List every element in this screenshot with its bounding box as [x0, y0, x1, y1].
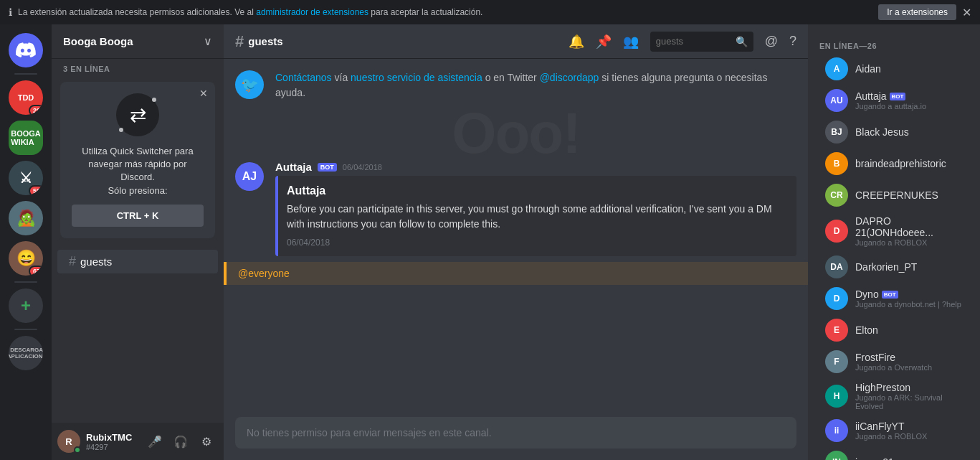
member-sub-frostfire: Jugando a Overwatch	[855, 363, 932, 372]
pin-icon[interactable]: 📌	[596, 34, 612, 50]
server-divider-2	[14, 281, 37, 283]
server-booga[interactable]: BOOGAWIKIA	[9, 121, 43, 155]
member-item-inoom21[interactable]: IN inoom21	[814, 446, 974, 460]
member-item-iicanflyyt[interactable]: ii iiCanFlyYT Jugando a ROBLOX	[814, 415, 974, 446]
user-settings-button[interactable]: ⚙	[195, 430, 218, 453]
channel-item-guests[interactable]: # guests	[57, 250, 218, 273]
system-message: 🐦 Contáctanos vía nuestro servicio de as…	[224, 70, 808, 112]
member-avatar-black-jesus: BJ	[825, 121, 848, 144]
member-avatar-highpreston: H	[825, 385, 848, 408]
members-sidebar: EN LÍNEA—26 A Aidan AU Auttaja BOT Jugan…	[808, 24, 980, 460]
member-item-black-jesus[interactable]: BJ Black Jesus	[814, 116, 974, 148]
member-item-highpreston[interactable]: H HighPreston Jugando a ARK: Survival Ev…	[814, 377, 974, 415]
chat-header: # guests 🔔 📌 👥 🔍 @ ?	[224, 24, 808, 59]
server-sidebar: TDD 20 BOOGAWIKIA ⚔ 56 🧟 😄 67 + ⬇DESCARG…	[0, 24, 52, 460]
member-name-highpreston: HighPreston	[855, 382, 963, 393]
member-item-auttaja[interactable]: AU Auttaja BOT Jugando a auttaja.io	[814, 85, 974, 116]
notif-close-icon[interactable]: ✕	[962, 6, 971, 19]
go-to-extensions-button[interactable]: Ir a extensiones	[878, 4, 956, 20]
server-5-badge: 67	[29, 266, 43, 276]
member-item-dapro[interactable]: D DAPRO 21(JONHdoeee... Jugando a ROBLOX	[814, 211, 974, 251]
chat-input-placeholder: No tienes permiso para enviar mensajes e…	[247, 427, 492, 438]
member-name-frostfire: FrostFire	[855, 352, 932, 363]
user-info: RubixTMC #4297	[86, 432, 138, 451]
support-link[interactable]: nuestro servicio de asistencia	[351, 72, 482, 83]
server-divider	[14, 73, 37, 75]
embed-body: Before you can participate in this serve…	[287, 202, 788, 232]
server-tdd[interactable]: TDD 20	[9, 80, 43, 115]
server-name: Booga Booga	[63, 35, 133, 47]
member-item-braindeadprehistoric[interactable]: B braindeadprehistoric	[814, 148, 974, 179]
server-3[interactable]: ⚔ 56	[9, 161, 43, 195]
chat-input-area: No tienes permiso para enviar mensajes e…	[224, 417, 808, 460]
at-mention-icon[interactable]: @	[765, 34, 778, 49]
contactus-link[interactable]: Contáctanos	[275, 72, 332, 83]
member-info-braindeadprehistoric: braindeadprehistoric	[855, 158, 946, 169]
mute-microphone-button[interactable]: 🎤	[143, 430, 166, 453]
member-info-black-jesus: Black Jesus	[855, 126, 909, 138]
member-avatar-darkorien: DA	[825, 255, 848, 278]
search-input[interactable]	[656, 36, 731, 47]
server-5[interactable]: 😄 67	[9, 241, 43, 276]
member-name-black-jesus: Black Jesus	[855, 126, 909, 138]
embed-title: Auttaja	[287, 184, 788, 197]
member-name-row-dyno: Dyno BOT	[855, 288, 961, 300]
mention-bar-container: @everyone	[224, 262, 808, 285]
discordapp-link[interactable]: @discordapp	[540, 72, 599, 83]
member-sub-highpreston: Jugando a ARK: Survival Evolved	[855, 393, 963, 410]
member-item-aidan[interactable]: A Aidan	[814, 53, 974, 85]
quick-switcher-close-button[interactable]: ✕	[199, 88, 208, 99]
member-name-darkorien: Darkorien_PT	[855, 261, 917, 273]
member-avatar-elton: E	[825, 319, 848, 342]
quick-switcher-shortcut-button[interactable]: CTRL + K	[72, 205, 204, 227]
download-apps-button[interactable]: ⬇DESCARGARAPLICACIONES	[9, 336, 43, 370]
channel-name: guests	[80, 255, 112, 268]
notif-link[interactable]: administrador de extensiones	[256, 7, 368, 17]
twitter-icon: 🐦	[235, 70, 264, 99]
chat-channel-name: # guests	[235, 32, 283, 51]
channel-hash-large-icon: #	[235, 32, 244, 51]
member-item-creepernukes[interactable]: CR CREEPERNUKES	[814, 179, 974, 211]
notif-bar-left: ℹ La extensión actualizada necesita perm…	[9, 6, 482, 18]
server-name-header[interactable]: Booga Booga ∨	[52, 24, 224, 59]
info-icon: ℹ	[9, 6, 12, 18]
server-4[interactable]: 🧟	[9, 201, 43, 235]
notification-bell-icon[interactable]: 🔔	[569, 34, 584, 50]
message-content: Auttaja BOT 06/04/2018 Auttaja Before yo…	[275, 161, 796, 256]
notification-bar: ℹ La extensión actualizada necesita perm…	[0, 0, 980, 24]
embed-timestamp: 06/04/2018	[287, 238, 788, 248]
help-icon[interactable]: ?	[789, 34, 796, 49]
member-info-iicanflyyt: iiCanFlyYT Jugando a ROBLOX	[855, 421, 927, 441]
member-info-creepernukes: CREEPERNUKES	[855, 189, 938, 201]
member-name-dyno: Dyno	[855, 288, 879, 300]
notif-bar-right: Ir a extensiones ✕	[878, 4, 971, 20]
add-server-button[interactable]: +	[9, 288, 43, 323]
quick-switcher-icon: ⇄	[116, 93, 159, 136]
member-name-elton: Elton	[855, 324, 878, 336]
member-item-frostfire[interactable]: F FrostFire Jugando a Overwatch	[814, 346, 974, 377]
member-info-dyno: Dyno BOT Jugando a dynobot.net | ?help	[855, 288, 961, 309]
search-bar[interactable]: 🔍	[650, 32, 753, 52]
member-info-inoom21: inoom21	[855, 456, 894, 460]
member-bot-badge-dyno: BOT	[882, 291, 898, 299]
message-timestamp: 06/04/2018	[343, 163, 382, 172]
member-item-dyno[interactable]: D Dyno BOT Jugando a dynobot.net | ?help	[814, 283, 974, 314]
member-avatar-inoom21: IN	[825, 451, 848, 460]
server-3-badge: 56	[29, 185, 43, 195]
user-avatar-wrap: R	[57, 430, 80, 453]
member-sub-dapro: Jugando a ROBLOX	[855, 238, 963, 247]
user-bar: R RubixTMC #4297 🎤 🎧 ⚙	[52, 423, 224, 460]
member-info-elton: Elton	[855, 324, 878, 336]
members-list-icon[interactable]: 👥	[623, 34, 639, 50]
member-item-elton[interactable]: E Elton	[814, 314, 974, 346]
discord-home-button[interactable]	[9, 33, 43, 67]
quick-switcher-text: Utiliza Quick Switcher para navegar más …	[72, 145, 204, 197]
user-status-dot	[74, 446, 81, 454]
channel-sidebar: Booga Booga ∨ 3 EN LÍNEA ✕ ⇄ Utiliza Qui…	[52, 24, 224, 460]
watermark: Ooo!	[452, 112, 580, 155]
message-embed: Auttaja Before you can participate in th…	[275, 176, 796, 256]
chevron-down-icon: ∨	[204, 34, 212, 48]
member-item-darkorien[interactable]: DA Darkorien_PT	[814, 251, 974, 283]
message-header: Auttaja BOT 06/04/2018	[275, 161, 796, 173]
deafen-headset-button[interactable]: 🎧	[169, 430, 192, 453]
